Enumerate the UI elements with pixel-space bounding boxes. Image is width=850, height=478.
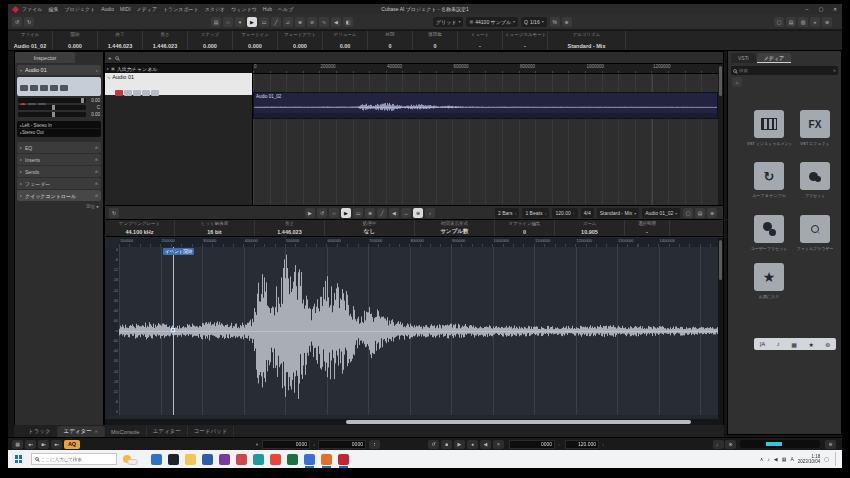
info-line-value[interactable]: 0.000 [190,43,230,49]
tile-loops-samples[interactable]: ↻ [754,162,784,190]
stepper-icon[interactable]: ↕ [573,211,575,216]
menu-item[interactable]: 編集 [48,6,58,12]
event-start-handle[interactable] [171,328,175,332]
taskbar-app-icon[interactable] [236,454,247,465]
dot-icon[interactable]: ● [96,204,99,209]
zoom-tool[interactable]: ⊕ [295,17,305,27]
erase-tool[interactable]: ▱ [283,17,293,27]
info-line-value[interactable]: 1.446.023 [100,43,140,49]
solo-editor-button[interactable]: ↻ [109,208,119,218]
automation-read-button[interactable] [50,85,58,91]
menu-item[interactable]: MIDI [120,6,131,12]
taskbar-app-icon[interactable] [253,454,264,465]
monitor-mode-dropdown[interactable]: ●▾ [51,440,62,449]
record-enable-button[interactable] [115,90,123,96]
editor-info-column[interactable]: 処理中 なし [325,220,415,236]
delay-slider-thumb[interactable] [52,112,55,117]
stop-button[interactable]: ■ [441,440,452,449]
notification-icon[interactable]: ▢ [824,456,829,462]
pan-slider[interactable] [18,105,86,110]
automation-write-button[interactable] [151,90,159,96]
play-tool[interactable]: ◀ [331,17,341,27]
algorithm-dropdown[interactable]: Standard - Mix▾ [597,208,640,218]
redo-button[interactable]: ↻ [24,17,34,27]
audio-event[interactable]: Audio 01_02 [253,92,718,119]
editor-info-column[interactable]: 選択範囲 - [625,220,670,236]
editor-info-value[interactable]: - [627,229,667,235]
tempo-display[interactable]: 120.000 [565,440,599,449]
audio-quantize-button[interactable]: AQ [64,440,80,449]
layout-right-button[interactable]: ▥ [798,17,808,27]
transport-grid-button[interactable]: ▦ [12,440,23,449]
bottom-tab[interactable]: コードパッド ✕ [188,426,235,437]
taskbar-app-icon[interactable] [151,454,162,465]
setup-toolbar-button[interactable]: ⊛ [822,17,832,27]
color-tool[interactable]: ◧ [343,17,353,27]
section-option-icon[interactable]: ⊛ [95,181,98,186]
sync-button[interactable]: ⊛ [725,440,736,449]
delay-slider[interactable] [18,112,86,117]
home-button[interactable]: ⌂ [732,77,742,87]
tempo-stepper[interactable]: 120.00↕ [552,208,577,218]
pan-value[interactable]: C [88,105,100,110]
taskbar-app-icon[interactable] [304,454,315,465]
close-icon[interactable]: ✕ [833,68,836,73]
inspector-section[interactable]: ▸ クイックコントロール ⊛ [17,190,101,201]
zoom-tool[interactable]: ⊕ [365,208,375,218]
stepper-icon[interactable]: ↕ [602,442,604,447]
menu-item[interactable]: Hub [263,6,272,12]
tile-vst-effects[interactable]: FX [800,110,830,138]
show-desktop-button[interactable] [835,452,838,466]
add-track-button[interactable]: + [108,55,112,61]
info-line-value[interactable]: - [460,43,500,49]
audition-button[interactable]: ▶ [305,208,315,218]
cycle-button[interactable]: ↺ [428,440,439,449]
waveform-canvas[interactable] [119,247,719,415]
close-button[interactable]: ✕ [828,4,842,14]
routing-output-row[interactable]: ▸ Stereo Out [18,129,100,136]
audio-track-row[interactable]: ∿ Audio 01 [105,73,252,95]
track-display-area[interactable]: Audio 01_02 [253,74,719,206]
position-display-secondary[interactable]: 0000 [318,440,366,449]
taskbar-app-icon[interactable] [185,454,196,465]
info-line-value[interactable]: 1.446.023 [145,43,185,49]
info-line-value[interactable]: 0.000 [55,43,95,49]
range-tool[interactable]: ▭ [259,17,269,27]
info-line-column[interactable]: フェードイン 0.000 [233,31,278,50]
clip-dropdown[interactable]: Audio 01_02▾ [642,208,680,218]
info-line-value[interactable]: Audio 01_02 [10,43,50,49]
info-line-column[interactable]: ミュート - [458,31,503,50]
menu-item[interactable]: スタジオ [205,6,225,12]
quantize-panel-button[interactable]: ⊛ [562,17,572,27]
tray-chevron-icon[interactable]: ∧ [760,456,764,462]
snap-type-dropdown[interactable]: ▾ [235,17,245,27]
draw-tool[interactable]: ∿ [319,17,329,27]
tile-presets[interactable] [800,162,830,190]
range-tool[interactable]: ▭ [353,208,363,218]
undo-button[interactable]: ↺ [12,17,22,27]
filter-setup-icon[interactable]: ⊛ [825,341,830,348]
volume-slider[interactable] [18,98,86,103]
inspector-section[interactable]: ▸ Sends ⊛ [17,166,101,177]
musical-mode-button[interactable]: ♪ [425,208,435,218]
menu-item[interactable]: ファイル [22,6,42,12]
editor-info-value[interactable]: 44.100 kHz [107,229,172,235]
filter-name-icon[interactable]: |A [760,341,766,347]
volume-value[interactable]: 0.00 [88,98,100,103]
bottom-tab[interactable]: エディター ✕ [58,426,105,437]
info-line-column[interactable]: 長さ 1.446.023 [143,31,188,50]
tray-note-icon[interactable]: ♪ [767,456,770,462]
editor-info-value[interactable]: 0 [497,229,552,235]
listen-button[interactable] [40,85,48,91]
menu-item[interactable]: プロジェクト [64,6,95,12]
record-mode-dropdown[interactable]: ●▾ [25,440,36,449]
menu-item[interactable]: Audio [101,6,114,12]
stepper-icon[interactable]: ↕ [514,211,516,216]
filter-instrument-icon[interactable]: ♪ [777,341,780,347]
editor-info-value[interactable]: サンプル数 [417,228,492,235]
editor-info-value[interactable]: 1.446.023 [257,229,322,235]
metronome-button[interactable]: ♩ [713,440,724,449]
taskbar-app-icon[interactable] [321,454,332,465]
info-line-column[interactable]: 終了 1.446.023 [98,31,143,50]
tab-close-icon[interactable]: ✕ [95,429,98,434]
